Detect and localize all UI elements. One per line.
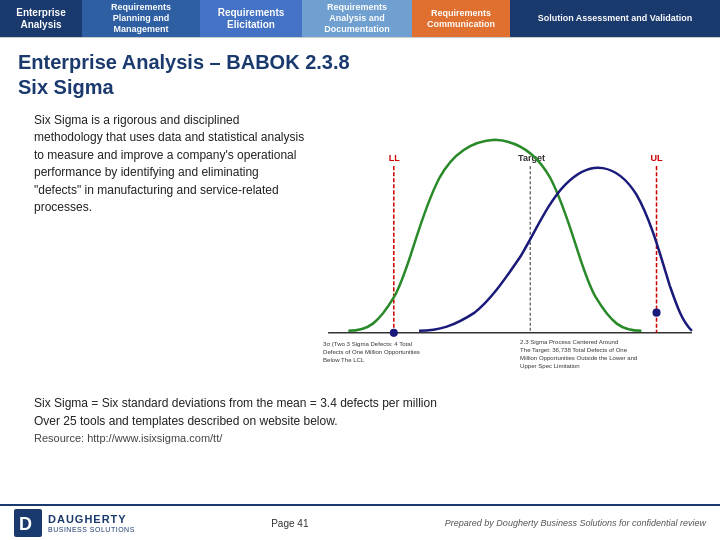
paragraph2: Six Sigma = Six standard deviations from… [18, 396, 702, 410]
six-sigma-chart: LL Target UL 3σ (Two 3 Sigma Defects: 4 … [318, 112, 702, 392]
paragraph3: Over 25 tools and templates described on… [18, 414, 702, 428]
svg-text:Below The LCL: Below The LCL [323, 357, 365, 363]
paragraph1: Six Sigma is a rigorous and disciplined … [18, 112, 308, 216]
logo-subtitle: BUSINESS SOLUTIONS [48, 526, 135, 533]
svg-text:Defects of One Million Opportu: Defects of One Million Opportunities [323, 349, 420, 355]
svg-text:D: D [19, 514, 32, 534]
nav-requirements-elicitation[interactable]: Requirements Elicitation [200, 0, 302, 37]
svg-text:3σ (Two 3 Sigma Defects: 4 Tot: 3σ (Two 3 Sigma Defects: 4 Total [323, 341, 412, 347]
chart-section: LL Target UL 3σ (Two 3 Sigma Defects: 4 … [318, 112, 702, 392]
svg-text:LL: LL [389, 153, 401, 163]
page-title-block: Enterprise Analysis – BABOK 2.3.8 Six Si… [0, 38, 720, 108]
svg-text:Million Opportunities Outside : Million Opportunities Outside the Lower … [520, 355, 637, 361]
nav-solution-assessment[interactable]: Solution Assessment and Validation [510, 0, 720, 37]
footer: D DAUGHERTY BUSINESS SOLUTIONS Page 41 P… [0, 504, 720, 540]
footer-page: Page 41 [271, 518, 308, 529]
nav-requirements-communication[interactable]: Requirements Communication [412, 0, 510, 37]
nav-enterprise-analysis[interactable]: Enterprise Analysis [0, 0, 82, 37]
resource-line: Resource: http://www.isixsigma.com/tt/ [18, 432, 702, 444]
svg-text:Upper Spec Limitation: Upper Spec Limitation [520, 363, 580, 369]
svg-point-7 [390, 329, 398, 337]
svg-text:2.3 Sigma Process Centered Aro: 2.3 Sigma Process Centered Around [520, 339, 618, 345]
nav-requirements-planning[interactable]: Requirements Planning and Management [82, 0, 200, 37]
nav-requirements-analysis[interactable]: Requirements Analysis and Documentation [302, 0, 412, 37]
logo-icon: D [14, 509, 42, 537]
bottom-section: Six Sigma = Six standard deviations from… [0, 392, 720, 444]
footer-prepared: Prepared by Dougherty Business Solutions… [445, 518, 706, 528]
top-nav: Enterprise Analysis Requirements Plannin… [0, 0, 720, 38]
text-section: Six Sigma is a rigorous and disciplined … [18, 112, 308, 392]
svg-text:UL: UL [650, 153, 663, 163]
svg-text:The Target: 36,738 Total Defec: The Target: 36,738 Total Defects of One [520, 347, 628, 353]
svg-point-8 [652, 309, 660, 317]
footer-logo: D DAUGHERTY BUSINESS SOLUTIONS [14, 509, 135, 537]
logo-name: DAUGHERTY [48, 513, 135, 525]
page-title: Enterprise Analysis – BABOK 2.3.8 Six Si… [18, 50, 702, 100]
logo-text-block: DAUGHERTY BUSINESS SOLUTIONS [48, 513, 135, 532]
main-content: Six Sigma is a rigorous and disciplined … [0, 108, 720, 392]
